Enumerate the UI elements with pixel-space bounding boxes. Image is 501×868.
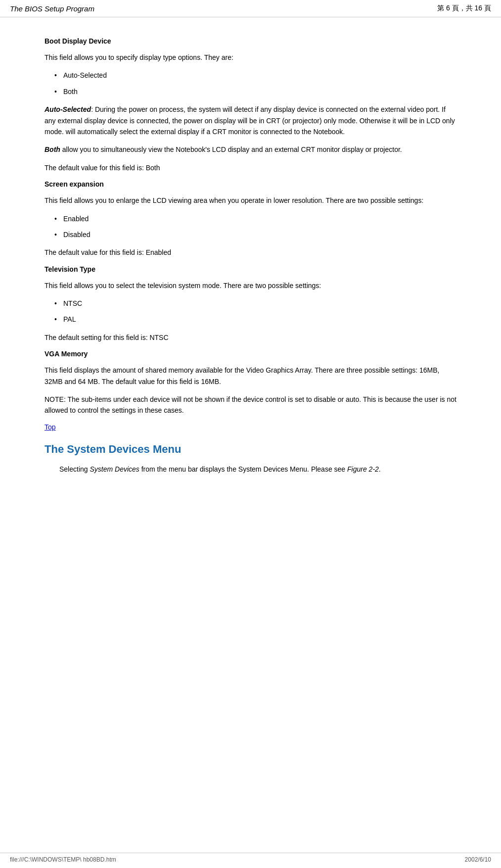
section-screen-expansion: Screen expansion This field allows you t… [45,180,456,258]
system-devices-end: . [379,465,381,473]
detail-both-rest: allow you to simultaneously view the Not… [60,145,402,153]
section-television-type: Television Type This field allows you to… [45,265,456,343]
detail-both: Both allow you to simultaneously view th… [45,144,456,155]
vga-memory-note: NOTE: The sub-items under each device wi… [45,394,456,416]
list-item: Auto-Selected [54,70,456,81]
system-devices-figure: Figure 2-2 [347,465,379,473]
intro-screen-expansion: This field allows you to enlarge the LCD… [45,195,456,206]
default-screen-expansion: The default value for this field is: Ena… [45,247,456,258]
bullet-list-screen-expansion: Enabled Disabled [54,213,456,241]
list-item: NTSC [54,298,456,309]
section-system-devices-menu: The System Devices Menu Selecting System… [45,443,456,475]
bullet-list-television-type: NTSC PAL [54,298,456,325]
default-television-type: The default setting for this field is: N… [45,332,456,343]
top-link[interactable]: Top [45,423,56,431]
section-boot-display-device: Boot Display Device This field allows yo… [45,37,456,173]
list-item: Both [54,86,456,97]
vga-memory-detail-1: This field displays the amount of shared… [45,365,456,387]
intro-boot-display: This field allows you to specify display… [45,52,456,63]
system-devices-text-before: Selecting [59,465,90,473]
italic-auto-selected: Auto-Selected [45,105,91,113]
list-item: Enabled [54,213,456,224]
section-vga-memory: VGA Memory This field displays the amoun… [45,350,456,416]
system-devices-text-after: from the menu bar displays the System De… [139,465,347,473]
bullet-list-boot-display: Auto-Selected Both [54,70,456,97]
system-devices-title: The System Devices Menu [45,443,456,456]
footer-right: 2002/6/10 [465,856,491,863]
list-item: Disabled [54,229,456,240]
section-heading-boot-display: Boot Display Device [45,37,456,45]
default-boot-display: The default value for this field is: Bot… [45,162,456,173]
section-heading-screen-expansion: Screen expansion [45,180,456,188]
system-devices-italic: System Devices [90,465,139,473]
detail-auto-selected: Auto-Selected: During the power on proce… [45,104,456,137]
main-content: Boot Display Device This field allows yo… [0,17,501,501]
footer-left: file:///C:\WINDOWS\TEMP\ hb08BD.htm [10,856,116,863]
detail-auto-selected-rest: : During the power on process, the syste… [45,105,455,136]
system-devices-paragraph: Selecting System Devices from the menu b… [45,464,456,475]
section-heading-television-type: Television Type [45,265,456,273]
page-footer: file:///C:\WINDOWS\TEMP\ hb08BD.htm 2002… [0,853,501,863]
page-header: The BIOS Setup Program 第 6 頁，共 16 頁 [0,0,501,17]
header-title: The BIOS Setup Program [10,4,94,13]
italic-both: Both [45,145,60,153]
section-heading-vga-memory: VGA Memory [45,350,456,358]
list-item: PAL [54,314,456,325]
intro-television-type: This field allows you to select the tele… [45,280,456,291]
header-page: 第 6 頁，共 16 頁 [437,4,491,13]
